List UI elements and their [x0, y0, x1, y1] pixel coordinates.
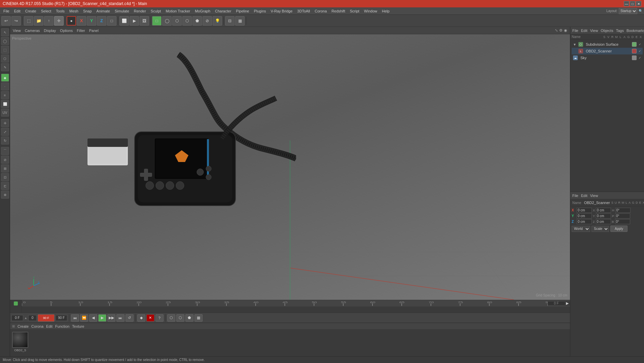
key-add-btn[interactable]: ◆: [137, 314, 145, 322]
p-input[interactable]: [615, 213, 630, 218]
key-next-btn[interactable]: ⬡: [176, 314, 184, 322]
viewport-menu-cameras[interactable]: Cameras: [25, 29, 40, 33]
bp-btn[interactable]: ⊘: [203, 16, 212, 26]
om-menu-view[interactable]: View: [590, 29, 598, 33]
step-forward-btn[interactable]: ▶▶: [107, 314, 115, 322]
material-item-obd2[interactable]: OBD2_S: [12, 332, 28, 352]
light-btn[interactable]: 💡: [213, 16, 222, 26]
close-button[interactable]: ✕: [636, 1, 641, 6]
om-menu-bookmarks[interactable]: Bookmarks: [627, 29, 644, 33]
timeline-track[interactable]: [10, 307, 570, 313]
viewport-menu-panel[interactable]: Panel: [89, 29, 99, 33]
y-axis-button[interactable]: Y: [87, 16, 96, 26]
render-button[interactable]: ▶: [130, 16, 139, 26]
menu-file[interactable]: File: [1, 8, 11, 14]
play-reverse-btn[interactable]: ⏪: [80, 314, 88, 322]
new-object-button[interactable]: ⬚: [24, 16, 33, 26]
key-prev-btn[interactable]: ⬡: [167, 314, 175, 322]
y-scale-input[interactable]: [596, 213, 611, 218]
sidebar-uv-mode[interactable]: UV: [1, 109, 9, 117]
sidebar-model-mode[interactable]: ◈: [1, 74, 9, 82]
menu-corona[interactable]: Corona: [313, 8, 329, 14]
h-input[interactable]: [615, 208, 631, 213]
frame-from-input[interactable]: [28, 315, 37, 321]
move-tool-button[interactable]: ✛: [54, 16, 64, 26]
ruler-area[interactable]: 0 5 10 15 20 25 30 35: [22, 300, 548, 307]
b-input[interactable]: [615, 219, 630, 224]
viewport-menu-options[interactable]: Options: [60, 29, 73, 33]
viewport-maximize-icon[interactable]: ⤡: [555, 28, 558, 33]
apply-button[interactable]: Apply: [610, 226, 628, 232]
grid-btn[interactable]: ▦: [235, 16, 245, 26]
viewport-settings-icon[interactable]: ⚙: [559, 28, 563, 33]
menu-mesh[interactable]: Mesh: [67, 8, 80, 14]
menu-create[interactable]: Create: [23, 8, 38, 14]
sidebar-select-tool[interactable]: ↖: [1, 28, 9, 36]
go-end-btn[interactable]: ⏭: [116, 314, 124, 322]
viewport[interactable]: Perspective: [10, 34, 570, 300]
sidebar-poly-select[interactable]: ⬡: [1, 54, 9, 63]
anim-mode-btn[interactable]: ▦: [194, 314, 203, 322]
sidebar-bridge-tool[interactable]: ⊡: [1, 173, 9, 181]
redo-button[interactable]: ↪: [11, 16, 21, 26]
sidebar-point-mode[interactable]: ·: [1, 82, 9, 90]
scale-dropdown[interactable]: Scale: [592, 226, 609, 232]
sidebar-array-tool[interactable]: ⊕: [1, 191, 9, 199]
sidebar-rotate-tool[interactable]: ↻: [1, 136, 9, 145]
z-scale-input[interactable]: [596, 219, 611, 224]
y-pos-input[interactable]: [577, 213, 592, 218]
play-btn[interactable]: ▶: [98, 314, 106, 322]
viewport-render-icon[interactable]: ◉: [564, 28, 567, 33]
menu-mograph[interactable]: MoGraph: [193, 8, 212, 14]
viewport-menu-view[interactable]: View: [13, 29, 21, 33]
viewport-menu-filter[interactable]: Filter: [77, 29, 85, 33]
texture-btn[interactable]: ⬡: [172, 16, 182, 26]
z-axis-button[interactable]: Z: [97, 16, 106, 26]
menu-edit[interactable]: Edit: [12, 8, 23, 14]
menu-script[interactable]: Script: [348, 8, 361, 14]
menu-help[interactable]: Help: [380, 8, 392, 14]
render-region-button[interactable]: ⬜: [119, 16, 129, 26]
x-scale-input[interactable]: [596, 208, 611, 213]
search-icon[interactable]: 🔍: [639, 9, 643, 13]
render-to-picture[interactable]: 🖼: [140, 16, 149, 26]
step-back-btn[interactable]: ◀: [89, 314, 97, 322]
z-pos-input[interactable]: [577, 219, 592, 224]
undo-button[interactable]: ↩: [1, 16, 11, 26]
mat-menu-texture[interactable]: Texture: [72, 324, 84, 328]
menu-sculpt[interactable]: Sculpt: [149, 8, 163, 14]
select-tool-button[interactable]: ●: [67, 16, 76, 26]
maximize-button[interactable]: □: [630, 1, 635, 6]
loop-btn[interactable]: ↺: [126, 314, 134, 322]
viewport-menu-display[interactable]: Display: [44, 29, 56, 33]
object-item-sky[interactable]: ☁ Sky ✓: [572, 54, 643, 61]
menu-pipeline[interactable]: Pipeline: [234, 8, 251, 14]
menu-tools[interactable]: Tools: [54, 8, 67, 14]
key-options-btn[interactable]: ⬟: [185, 314, 193, 322]
attr-menu-file[interactable]: File: [572, 194, 578, 198]
menu-vray[interactable]: V-Ray Bridge: [269, 8, 295, 14]
sidebar-edge-mode[interactable]: ≡: [1, 91, 9, 99]
sidebar-magnet-tool[interactable]: ⊏: [1, 182, 9, 190]
mat-menu-function[interactable]: Function: [55, 324, 69, 328]
open-button[interactable]: 📁: [34, 16, 43, 26]
menu-character[interactable]: Character: [213, 8, 233, 14]
mat-menu-edit[interactable]: Edit: [46, 324, 52, 328]
sidebar-spline-tool[interactable]: ⌒: [1, 147, 9, 155]
minimize-button[interactable]: —: [624, 1, 629, 6]
frame-end-input[interactable]: [56, 315, 67, 321]
menu-animate[interactable]: Animate: [95, 8, 112, 14]
menu-motiontracker[interactable]: Motion Tracker: [164, 8, 192, 14]
menu-redshift[interactable]: Redshift: [329, 8, 347, 14]
mat-menu-create[interactable]: Create: [17, 324, 29, 328]
attr-menu-view[interactable]: View: [590, 194, 598, 198]
coord-button[interactable]: □: [107, 16, 116, 26]
x-pos-input[interactable]: [577, 208, 592, 213]
sidebar-knife-tool[interactable]: ⊘: [1, 156, 9, 164]
menu-render[interactable]: Render: [132, 8, 148, 14]
om-menu-tags[interactable]: Tags: [616, 29, 624, 33]
menu-window[interactable]: Window: [362, 8, 379, 14]
key-remove-btn[interactable]: ✕: [146, 314, 154, 322]
perspective-btn[interactable]: □: [152, 16, 162, 26]
sidebar-move-tool[interactable]: ✛: [1, 119, 9, 127]
